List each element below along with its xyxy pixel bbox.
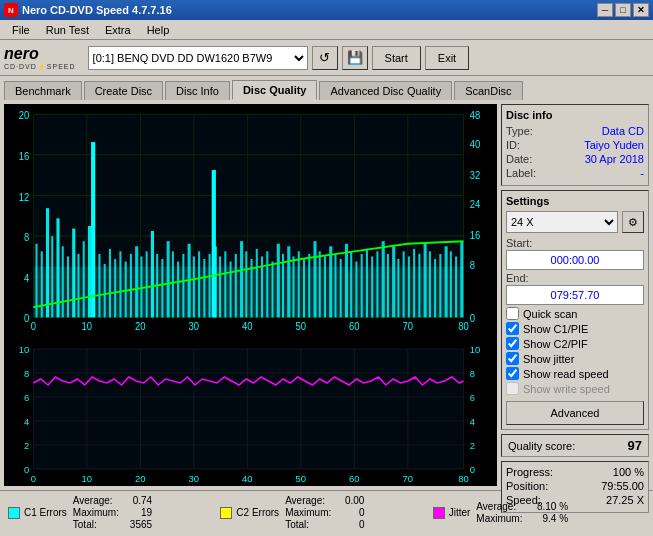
main-content: 20 16 12 8 4 0 48 40 32 24 16 8 0 0 10 2… — [0, 100, 653, 490]
c2-max-row: Maximum: 0 — [285, 507, 364, 518]
disc-id-label: ID: — [506, 139, 520, 151]
svg-rect-86 — [271, 262, 273, 318]
c2-details: Average: 0.00 Maximum: 0 Total: 0 — [285, 495, 364, 530]
svg-rect-55 — [114, 259, 116, 317]
start-label: Start: — [506, 237, 644, 249]
svg-text:60: 60 — [349, 474, 360, 484]
svg-text:0: 0 — [31, 474, 36, 484]
maximize-button[interactable]: □ — [615, 3, 631, 17]
c2-avg-row: Average: 0.00 — [285, 495, 364, 506]
show-write-speed-checkbox[interactable] — [506, 382, 519, 395]
tab-create-disc[interactable]: Create Disc — [84, 81, 163, 100]
svg-rect-43 — [51, 236, 53, 317]
svg-rect-91 — [298, 251, 300, 317]
menu-file[interactable]: File — [4, 22, 38, 38]
jitter-avg-label: Average: — [476, 501, 516, 512]
svg-rect-42 — [46, 208, 49, 317]
tab-disc-info[interactable]: Disc Info — [165, 81, 230, 100]
disc-id-value: Taiyo Yuden — [584, 139, 644, 151]
svg-text:60: 60 — [349, 320, 360, 332]
menu-bar: File Run Test Extra Help — [0, 20, 653, 40]
show-write-speed-label: Show write speed — [523, 383, 610, 395]
c2-avg-label: Average: — [285, 495, 325, 506]
progress-value: 100 % — [613, 466, 644, 478]
end-label: End: — [506, 272, 644, 284]
refresh-button[interactable]: ↺ — [312, 46, 338, 70]
quick-scan-checkbox[interactable] — [506, 307, 519, 320]
svg-text:80: 80 — [458, 474, 469, 484]
svg-text:0: 0 — [470, 313, 475, 325]
start-button[interactable]: Start — [372, 46, 421, 70]
svg-rect-99 — [340, 259, 342, 317]
svg-text:8: 8 — [24, 369, 29, 379]
disc-date-row: Date: 30 Apr 2018 — [506, 153, 644, 165]
svg-text:80: 80 — [458, 320, 469, 332]
jitter-avg-value: 8.10 % — [537, 501, 568, 512]
disc-label-label: Label: — [506, 167, 536, 179]
svg-text:0: 0 — [24, 313, 29, 325]
jitter-max-label: Maximum: — [476, 513, 522, 524]
chart-area: 20 16 12 8 4 0 48 40 32 24 16 8 0 0 10 2… — [4, 104, 497, 486]
show-c1pie-checkbox[interactable] — [506, 322, 519, 335]
exit-button[interactable]: Exit — [425, 46, 469, 70]
advanced-button[interactable]: Advanced — [506, 401, 644, 425]
svg-text:70: 70 — [403, 474, 414, 484]
svg-text:24: 24 — [470, 198, 481, 210]
svg-text:16: 16 — [470, 229, 481, 241]
nero-subbrand: CD·DVD⚡SPEED — [4, 63, 76, 71]
menu-run-test[interactable]: Run Test — [38, 22, 97, 38]
start-time-input[interactable] — [506, 250, 644, 270]
c1-total-value: 3565 — [130, 519, 152, 530]
svg-rect-95 — [319, 251, 321, 317]
tab-disc-quality[interactable]: Disc Quality — [232, 80, 318, 100]
svg-rect-94 — [313, 241, 316, 317]
c2-errors-group: C2 Errors Average: 0.00 Maximum: 0 Total… — [220, 495, 432, 530]
svg-rect-85 — [266, 251, 268, 317]
svg-text:10: 10 — [470, 345, 481, 355]
svg-text:20: 20 — [135, 474, 146, 484]
svg-rect-80 — [240, 241, 243, 317]
svg-text:8: 8 — [24, 231, 29, 243]
minimize-button[interactable]: ─ — [597, 3, 613, 17]
tab-scandisc[interactable]: ScanDisc — [454, 81, 522, 100]
close-button[interactable]: ✕ — [633, 3, 649, 17]
app-title: Nero CD-DVD Speed 4.7.7.16 — [22, 4, 172, 16]
tab-benchmark[interactable]: Benchmark — [4, 81, 82, 100]
disc-label-row: Label: - — [506, 167, 644, 179]
svg-rect-62 — [151, 231, 154, 317]
c1-errors-group: C1 Errors Average: 0.74 Maximum: 19 Tota… — [8, 495, 220, 530]
svg-rect-72 — [198, 251, 200, 317]
quick-scan-row: Quick scan — [506, 307, 644, 320]
menu-extra[interactable]: Extra — [97, 22, 139, 38]
svg-text:2: 2 — [470, 441, 475, 451]
svg-rect-49 — [83, 241, 85, 317]
show-read-speed-checkbox[interactable] — [506, 367, 519, 380]
end-time-input[interactable] — [506, 285, 644, 305]
c2-label: C2 Errors — [236, 507, 279, 518]
show-c2pif-row: Show C2/PIF — [506, 337, 644, 350]
speed-select[interactable]: 24 X — [506, 211, 618, 233]
c1-legend: C1 Errors — [8, 507, 67, 519]
c1-max-value: 19 — [141, 507, 152, 518]
svg-rect-105 — [371, 256, 373, 317]
save-button[interactable]: 💾 — [342, 46, 368, 70]
show-jitter-checkbox[interactable] — [506, 352, 519, 365]
show-c2pif-checkbox[interactable] — [506, 337, 519, 350]
svg-rect-52 — [98, 254, 100, 318]
settings-icon-btn[interactable]: ⚙ — [622, 211, 644, 233]
quality-score-panel: Quality score: 97 — [501, 434, 649, 457]
c2-legend: C2 Errors — [220, 507, 279, 519]
svg-rect-116 — [429, 251, 431, 317]
show-jitter-row: Show jitter — [506, 352, 644, 365]
svg-text:50: 50 — [296, 320, 307, 332]
bottom-chart: 10 8 6 4 2 0 10 8 6 4 2 0 0 10 20 30 — [4, 341, 497, 486]
svg-rect-108 — [387, 254, 389, 318]
svg-text:8: 8 — [470, 369, 475, 379]
svg-text:8: 8 — [470, 259, 475, 271]
menu-help[interactable]: Help — [139, 22, 178, 38]
tab-advanced-disc-quality[interactable]: Advanced Disc Quality — [319, 81, 452, 100]
svg-rect-115 — [424, 244, 427, 318]
c1-label: C1 Errors — [24, 507, 67, 518]
c2-total-value: 0 — [359, 519, 365, 530]
drive-select[interactable]: [0:1] BENQ DVD DD DW1620 B7W9 — [88, 46, 308, 70]
